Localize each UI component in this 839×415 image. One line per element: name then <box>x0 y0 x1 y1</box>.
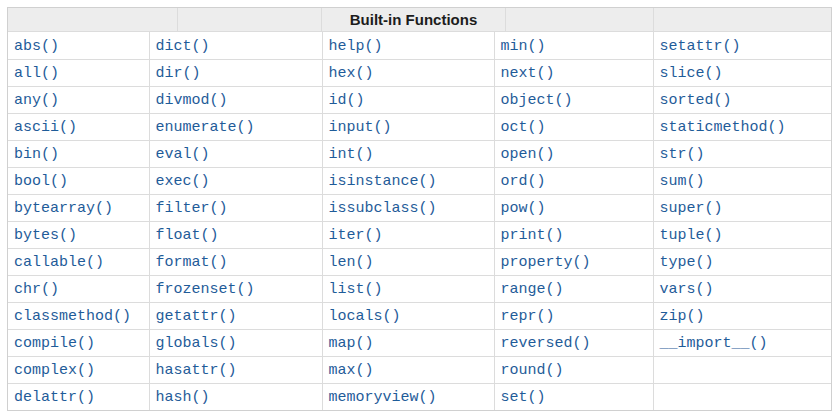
function-link[interactable]: vars() <box>660 281 714 298</box>
function-link[interactable]: help() <box>329 38 383 55</box>
function-link[interactable]: dict() <box>156 38 210 55</box>
table-cell <box>653 356 831 383</box>
function-link[interactable]: bin() <box>14 146 59 163</box>
table-cell: max() <box>322 356 494 383</box>
table-cell: eval() <box>149 140 322 167</box>
function-link[interactable]: pow() <box>501 200 546 217</box>
function-link[interactable]: isinstance() <box>329 173 437 190</box>
function-link[interactable]: list() <box>329 281 383 298</box>
function-link[interactable]: print() <box>501 227 564 244</box>
table-cell: callable() <box>8 248 149 275</box>
function-link[interactable]: slice() <box>660 65 723 82</box>
function-link[interactable]: super() <box>660 200 723 217</box>
table-cell: pow() <box>494 194 653 221</box>
function-link[interactable]: id() <box>329 92 365 109</box>
function-link[interactable]: complex() <box>14 362 95 379</box>
table-header-cell <box>178 8 322 31</box>
function-link[interactable]: sum() <box>660 173 705 190</box>
table-header-cell <box>8 8 178 31</box>
function-link[interactable]: frozenset() <box>156 281 255 298</box>
function-link[interactable]: hash() <box>156 389 210 406</box>
function-link[interactable]: reversed() <box>501 335 591 352</box>
function-link[interactable]: ord() <box>501 173 546 190</box>
table-cell: bool() <box>8 167 149 194</box>
table-row: chr()frozenset()list()range()vars() <box>8 275 831 302</box>
function-link[interactable]: sorted() <box>660 92 732 109</box>
table-cell: ascii() <box>8 113 149 140</box>
function-link[interactable]: all() <box>14 65 59 82</box>
table-cell: len() <box>322 248 494 275</box>
table-row: bytearray()filter()issubclass()pow()supe… <box>8 194 831 221</box>
function-link[interactable]: object() <box>501 92 573 109</box>
function-link[interactable]: open() <box>501 146 555 163</box>
table-cell: enumerate() <box>149 113 322 140</box>
function-link[interactable]: type() <box>660 254 714 271</box>
function-link[interactable]: bytearray() <box>14 200 113 217</box>
function-link[interactable]: classmethod() <box>14 308 131 325</box>
function-link[interactable]: oct() <box>501 119 546 136</box>
function-link[interactable]: len() <box>329 254 374 271</box>
function-link[interactable]: eval() <box>156 146 210 163</box>
function-link[interactable]: filter() <box>156 200 228 217</box>
function-link[interactable]: min() <box>501 38 546 55</box>
function-link[interactable]: dir() <box>156 65 201 82</box>
function-link[interactable]: memoryview() <box>329 389 437 406</box>
function-link[interactable]: max() <box>329 362 374 379</box>
function-link[interactable]: hex() <box>329 65 374 82</box>
table-header-cell <box>654 8 831 31</box>
table-row: compile()globals()map()reversed()__impor… <box>8 329 831 356</box>
function-link[interactable]: abs() <box>14 38 59 55</box>
function-link[interactable]: chr() <box>14 281 59 298</box>
table-cell: dir() <box>149 59 322 86</box>
function-link[interactable]: callable() <box>14 254 104 271</box>
function-link[interactable]: divmod() <box>156 92 228 109</box>
function-link[interactable]: staticmethod() <box>660 119 786 136</box>
function-link[interactable]: enumerate() <box>156 119 255 136</box>
table-cell: hasattr() <box>149 356 322 383</box>
function-link[interactable]: range() <box>501 281 564 298</box>
function-link[interactable]: issubclass() <box>329 200 437 217</box>
table-cell: zip() <box>653 302 831 329</box>
table-cell: locals() <box>322 302 494 329</box>
function-link[interactable]: setattr() <box>660 38 741 55</box>
table-cell: open() <box>494 140 653 167</box>
function-link[interactable]: bool() <box>14 173 68 190</box>
function-link[interactable]: set() <box>501 389 546 406</box>
function-link[interactable]: str() <box>660 146 705 163</box>
table-cell: help() <box>322 32 494 59</box>
table-row: bytes()float()iter()print()tuple() <box>8 221 831 248</box>
function-link[interactable]: locals() <box>329 308 401 325</box>
table-cell: type() <box>653 248 831 275</box>
table-cell: frozenset() <box>149 275 322 302</box>
table-title: Built-in Functions <box>350 11 477 28</box>
function-link[interactable]: tuple() <box>660 227 723 244</box>
function-link[interactable]: delattr() <box>14 389 95 406</box>
function-link[interactable]: int() <box>329 146 374 163</box>
function-link[interactable]: ascii() <box>14 119 77 136</box>
function-link[interactable]: hasattr() <box>156 362 237 379</box>
function-link[interactable]: __import__() <box>660 335 768 352</box>
function-link[interactable]: any() <box>14 92 59 109</box>
function-link[interactable]: input() <box>329 119 392 136</box>
table-cell: reversed() <box>494 329 653 356</box>
function-link[interactable]: globals() <box>156 335 237 352</box>
table-row: abs()dict()help()min()setattr() <box>8 32 831 59</box>
function-link[interactable]: next() <box>501 65 555 82</box>
function-link[interactable]: round() <box>501 362 564 379</box>
function-link[interactable]: bytes() <box>14 227 77 244</box>
function-link[interactable]: exec() <box>156 173 210 190</box>
table-cell: abs() <box>8 32 149 59</box>
table-cell: complex() <box>8 356 149 383</box>
function-link[interactable]: getattr() <box>156 308 237 325</box>
function-link[interactable]: compile() <box>14 335 95 352</box>
table-cell: bytearray() <box>8 194 149 221</box>
function-link[interactable]: repr() <box>501 308 555 325</box>
function-link[interactable]: iter() <box>329 227 383 244</box>
function-link[interactable]: property() <box>501 254 591 271</box>
function-link[interactable]: zip() <box>660 308 705 325</box>
table-cell: list() <box>322 275 494 302</box>
table-cell: set() <box>494 383 653 410</box>
function-link[interactable]: float() <box>156 227 219 244</box>
function-link[interactable]: map() <box>329 335 374 352</box>
function-link[interactable]: format() <box>156 254 228 271</box>
